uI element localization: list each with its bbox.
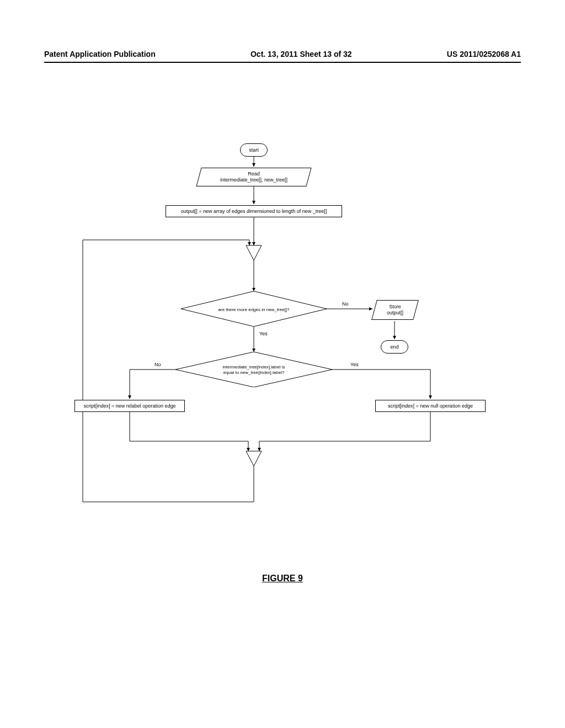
label-dec2-no: No xyxy=(154,362,161,367)
decision-more-edges: are there more edges in new_tree[]? xyxy=(181,291,327,329)
io-read: Read intermediate_tree[], new_tree[] xyxy=(199,168,309,186)
store-text: Store output[] xyxy=(387,304,403,316)
io-store: Store output[] xyxy=(374,300,416,320)
process-init: output[] = new array of edges dimensione… xyxy=(166,205,342,217)
page-header: Patent Application Publication Oct. 13, … xyxy=(0,50,565,58)
svg-marker-10 xyxy=(175,352,332,387)
decision-labels-equal: intermediate_tree[index].label is equal … xyxy=(175,352,332,389)
flowchart: start Read intermediate_tree[], new_tree… xyxy=(44,143,521,557)
header-center: Oct. 13, 2011 Sheet 13 of 32 xyxy=(250,50,352,58)
svg-marker-8 xyxy=(246,451,262,466)
label-dec1-yes: Yes xyxy=(259,331,268,336)
terminator-end: end xyxy=(381,340,408,354)
nullop-text: script[index] = new null operation edge xyxy=(388,403,473,409)
init-text: output[] = new array of edges dimensione… xyxy=(181,208,327,215)
relabel-text: script[index] = new relabel operation ed… xyxy=(84,403,176,409)
dec2-text-l1: intermediate_tree[index].label is xyxy=(223,365,285,370)
header-rule xyxy=(44,62,521,63)
io-read-text: Read intermediate_tree[], new_tree[] xyxy=(220,171,287,183)
end-text: end xyxy=(390,344,398,350)
start-text: start xyxy=(249,147,259,153)
figure-caption: FIGURE 9 xyxy=(0,574,565,584)
svg-marker-3 xyxy=(246,245,262,260)
label-dec1-no: No xyxy=(342,301,349,307)
dec2-text-l2: equal to new_tree[index].label? xyxy=(223,370,285,375)
process-relabel: script[index] = new relabel operation ed… xyxy=(74,400,185,412)
dec1-text: are there more edges in new_tree[]? xyxy=(218,307,290,312)
terminator-start: start xyxy=(240,143,268,157)
label-dec2-yes: Yes xyxy=(350,362,359,367)
header-right: US 2011/0252068 A1 xyxy=(447,50,521,58)
header-left: Patent Application Publication xyxy=(44,50,156,58)
process-nullop: script[index] = new null operation edge xyxy=(375,400,486,412)
